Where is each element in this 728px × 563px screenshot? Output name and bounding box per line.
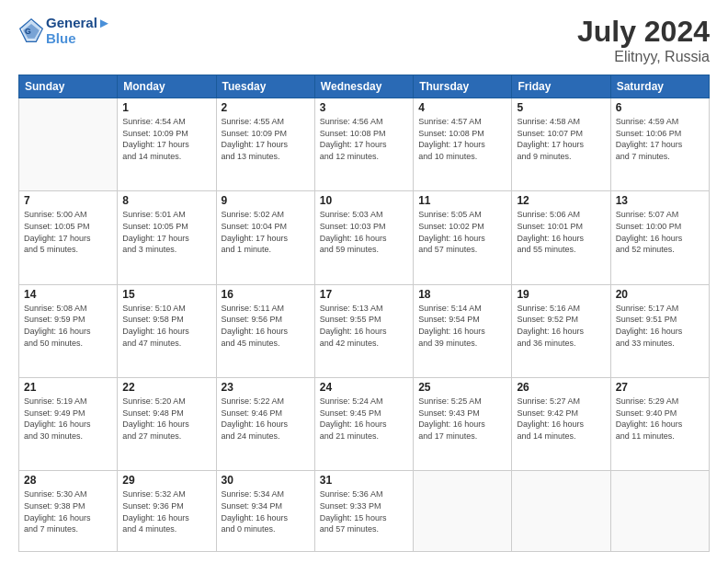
table-row: 2Sunrise: 4:55 AMSunset: 10:09 PMDayligh…	[216, 98, 314, 191]
table-row: 3Sunrise: 4:56 AMSunset: 10:08 PMDayligh…	[314, 98, 413, 191]
day-number: 31	[320, 474, 408, 487]
logo: G General► Blue	[18, 15, 111, 47]
day-number: 24	[320, 381, 408, 394]
table-row: 22Sunrise: 5:20 AMSunset: 9:48 PMDayligh…	[118, 378, 216, 471]
table-row	[414, 471, 512, 552]
table-row: 23Sunrise: 5:22 AMSunset: 9:46 PMDayligh…	[216, 378, 314, 471]
day-number: 4	[418, 101, 506, 114]
day-info: Sunrise: 5:13 AMSunset: 9:55 PMDaylight:…	[320, 303, 408, 349]
col-thursday: Thursday	[414, 75, 512, 98]
table-row	[610, 471, 709, 552]
day-info: Sunrise: 5:25 AMSunset: 9:43 PMDaylight:…	[418, 396, 506, 442]
day-info: Sunrise: 5:03 AMSunset: 10:03 PMDaylight…	[320, 209, 408, 255]
day-info: Sunrise: 4:56 AMSunset: 10:08 PMDaylight…	[320, 116, 408, 162]
table-row: 15Sunrise: 5:10 AMSunset: 9:58 PMDayligh…	[118, 284, 216, 377]
col-sunday: Sunday	[19, 75, 118, 98]
day-info: Sunrise: 5:11 AMSunset: 9:56 PMDaylight:…	[222, 303, 310, 349]
day-info: Sunrise: 5:14 AMSunset: 9:54 PMDaylight:…	[418, 303, 506, 349]
col-wednesday: Wednesday	[314, 75, 413, 98]
table-row: 24Sunrise: 5:24 AMSunset: 9:45 PMDayligh…	[314, 378, 413, 471]
title-block: July 2024 Elitnyy, Russia	[577, 15, 710, 65]
day-info: Sunrise: 4:54 AMSunset: 10:09 PMDaylight…	[122, 116, 210, 162]
day-number: 14	[24, 288, 112, 301]
day-info: Sunrise: 5:22 AMSunset: 9:46 PMDaylight:…	[222, 396, 310, 442]
day-info: Sunrise: 5:00 AMSunset: 10:05 PMDaylight…	[24, 209, 112, 255]
day-number: 21	[24, 381, 112, 394]
table-row: 7Sunrise: 5:00 AMSunset: 10:05 PMDayligh…	[19, 191, 118, 284]
day-number: 25	[418, 381, 506, 394]
day-info: Sunrise: 5:20 AMSunset: 9:48 PMDaylight:…	[122, 396, 210, 442]
day-number: 27	[616, 381, 704, 394]
day-number: 28	[24, 474, 112, 487]
table-row: 17Sunrise: 5:13 AMSunset: 9:55 PMDayligh…	[314, 284, 413, 377]
day-info: Sunrise: 5:16 AMSunset: 9:52 PMDaylight:…	[517, 303, 605, 349]
logo-text: General► Blue	[46, 15, 111, 47]
day-info: Sunrise: 4:59 AMSunset: 10:06 PMDaylight…	[616, 116, 704, 162]
day-info: Sunrise: 5:02 AMSunset: 10:04 PMDaylight…	[222, 209, 310, 255]
table-row: 27Sunrise: 5:29 AMSunset: 9:40 PMDayligh…	[610, 378, 709, 471]
page: G General► Blue July 2024 Elitnyy, Russi…	[0, 0, 728, 563]
day-number: 9	[222, 194, 310, 207]
day-number: 15	[122, 288, 210, 301]
day-number: 17	[320, 288, 408, 301]
table-row: 25Sunrise: 5:25 AMSunset: 9:43 PMDayligh…	[414, 378, 512, 471]
table-row: 11Sunrise: 5:05 AMSunset: 10:02 PMDaylig…	[414, 191, 512, 284]
day-number: 18	[418, 288, 506, 301]
day-info: Sunrise: 5:32 AMSunset: 9:36 PMDaylight:…	[122, 488, 210, 534]
day-info: Sunrise: 5:17 AMSunset: 9:51 PMDaylight:…	[616, 303, 704, 349]
day-number: 19	[517, 288, 605, 301]
day-info: Sunrise: 5:06 AMSunset: 10:01 PMDaylight…	[517, 209, 605, 255]
day-number: 2	[222, 101, 310, 114]
day-info: Sunrise: 4:58 AMSunset: 10:07 PMDaylight…	[517, 116, 605, 162]
table-row: 16Sunrise: 5:11 AMSunset: 9:56 PMDayligh…	[216, 284, 314, 377]
table-row: 18Sunrise: 5:14 AMSunset: 9:54 PMDayligh…	[414, 284, 512, 377]
day-number: 6	[616, 101, 704, 114]
day-number: 7	[24, 194, 112, 207]
day-info: Sunrise: 5:07 AMSunset: 10:00 PMDaylight…	[616, 209, 704, 255]
table-row	[512, 471, 610, 552]
calendar-table: Sunday Monday Tuesday Wednesday Thursday…	[18, 75, 710, 552]
table-row: 12Sunrise: 5:06 AMSunset: 10:01 PMDaylig…	[512, 191, 610, 284]
svg-text:G: G	[25, 27, 31, 36]
day-info: Sunrise: 5:29 AMSunset: 9:40 PMDaylight:…	[616, 396, 704, 442]
table-row: 19Sunrise: 5:16 AMSunset: 9:52 PMDayligh…	[512, 284, 610, 377]
day-info: Sunrise: 4:55 AMSunset: 10:09 PMDaylight…	[222, 116, 310, 162]
day-number: 1	[122, 101, 210, 114]
day-info: Sunrise: 5:36 AMSunset: 9:33 PMDaylight:…	[320, 488, 408, 534]
day-info: Sunrise: 5:30 AMSunset: 9:38 PMDaylight:…	[24, 488, 112, 534]
day-number: 12	[517, 194, 605, 207]
day-number: 3	[320, 101, 408, 114]
table-row: 1Sunrise: 4:54 AMSunset: 10:09 PMDayligh…	[118, 98, 216, 191]
table-row: 20Sunrise: 5:17 AMSunset: 9:51 PMDayligh…	[610, 284, 709, 377]
day-number: 23	[222, 381, 310, 394]
col-monday: Monday	[118, 75, 216, 98]
day-number: 10	[320, 194, 408, 207]
day-number: 16	[222, 288, 310, 301]
day-info: Sunrise: 5:24 AMSunset: 9:45 PMDaylight:…	[320, 396, 408, 442]
day-number: 11	[418, 194, 506, 207]
day-info: Sunrise: 5:34 AMSunset: 9:34 PMDaylight:…	[222, 488, 310, 534]
day-info: Sunrise: 5:27 AMSunset: 9:42 PMDaylight:…	[517, 396, 605, 442]
table-row: 8Sunrise: 5:01 AMSunset: 10:05 PMDayligh…	[118, 191, 216, 284]
col-tuesday: Tuesday	[216, 75, 314, 98]
table-row: 10Sunrise: 5:03 AMSunset: 10:03 PMDaylig…	[314, 191, 413, 284]
table-row: 28Sunrise: 5:30 AMSunset: 9:38 PMDayligh…	[19, 471, 118, 552]
day-info: Sunrise: 5:10 AMSunset: 9:58 PMDaylight:…	[122, 303, 210, 349]
logo-icon: G	[18, 17, 44, 43]
table-row: 5Sunrise: 4:58 AMSunset: 10:07 PMDayligh…	[512, 98, 610, 191]
table-row: 30Sunrise: 5:34 AMSunset: 9:34 PMDayligh…	[216, 471, 314, 552]
day-number: 13	[616, 194, 704, 207]
table-row: 6Sunrise: 4:59 AMSunset: 10:06 PMDayligh…	[610, 98, 709, 191]
day-number: 29	[122, 474, 210, 487]
table-row: 13Sunrise: 5:07 AMSunset: 10:00 PMDaylig…	[610, 191, 709, 284]
table-row: 26Sunrise: 5:27 AMSunset: 9:42 PMDayligh…	[512, 378, 610, 471]
table-row	[19, 98, 118, 191]
table-row: 14Sunrise: 5:08 AMSunset: 9:59 PMDayligh…	[19, 284, 118, 377]
col-saturday: Saturday	[610, 75, 709, 98]
day-number: 30	[222, 474, 310, 487]
day-info: Sunrise: 5:05 AMSunset: 10:02 PMDaylight…	[418, 209, 506, 255]
table-row: 9Sunrise: 5:02 AMSunset: 10:04 PMDayligh…	[216, 191, 314, 284]
location-title: Elitnyy, Russia	[577, 49, 710, 65]
header: G General► Blue July 2024 Elitnyy, Russi…	[18, 15, 710, 65]
day-number: 20	[616, 288, 704, 301]
